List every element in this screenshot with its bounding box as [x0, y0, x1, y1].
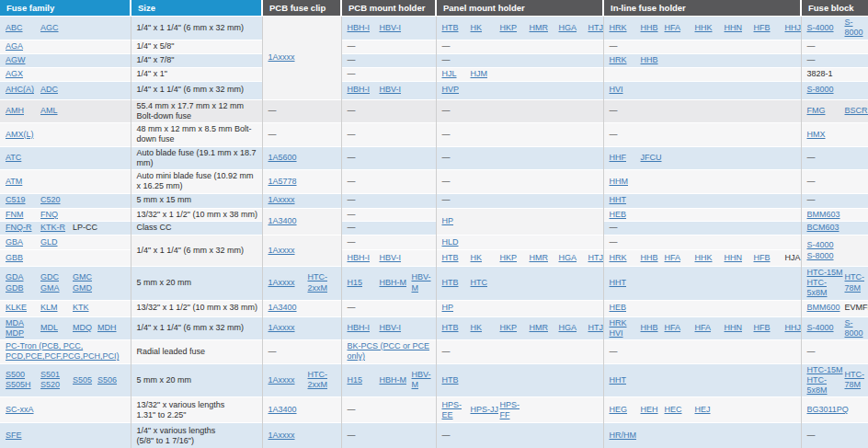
part-link[interactable]: GDA GDB: [6, 272, 40, 293]
part-link[interactable]: FNM: [6, 210, 40, 220]
part-link[interactable]: C520: [40, 195, 73, 205]
part-link[interactable]: HPS-JJ: [471, 405, 500, 415]
part-link[interactable]: H15: [348, 375, 380, 385]
part-link[interactable]: HMR: [530, 253, 559, 263]
part-link[interactable]: HBH-I: [348, 253, 380, 263]
part-link[interactable]: FNQ: [40, 210, 73, 220]
part-link[interactable]: HHB: [641, 55, 665, 65]
part-link[interactable]: S-8000: [807, 251, 867, 261]
part-link[interactable]: S505: [73, 375, 97, 385]
part-link[interactable]: GLD: [40, 237, 73, 247]
part-link[interactable]: HHJ: [785, 23, 802, 33]
part-link[interactable]: HVI: [610, 85, 641, 95]
part-link[interactable]: HFB: [754, 323, 785, 333]
part-link[interactable]: 1A3400: [268, 405, 308, 415]
part-link[interactable]: HTJ: [588, 323, 604, 333]
part-link[interactable]: HK: [471, 323, 500, 333]
part-link[interactable]: 1A5600: [268, 153, 308, 163]
part-link[interactable]: HTC-15M HTC-5x8M: [807, 268, 845, 299]
part-link[interactable]: HBH-I: [348, 323, 380, 333]
part-link[interactable]: HHF: [610, 153, 641, 163]
part-link[interactable]: BMM600: [807, 303, 845, 313]
part-link[interactable]: HKP: [500, 23, 530, 33]
part-link[interactable]: 1A3400: [268, 216, 308, 226]
part-link[interactable]: 1Axxxx: [268, 246, 308, 256]
part-link[interactable]: AGX: [6, 69, 40, 79]
part-link[interactable]: GMC GMD: [73, 272, 97, 293]
part-link[interactable]: KLKE: [6, 303, 40, 313]
part-link[interactable]: 1Axxxx: [268, 323, 308, 333]
part-link[interactable]: HBH-M: [380, 375, 412, 385]
part-link[interactable]: HHT: [610, 195, 641, 205]
part-link[interactable]: HRK HVI: [610, 318, 641, 339]
part-link[interactable]: HEC: [665, 405, 695, 415]
part-link[interactable]: BSCR101: [845, 106, 868, 116]
part-link[interactable]: HBV-M: [412, 272, 434, 293]
part-link[interactable]: 1Axxxx: [268, 278, 308, 288]
part-link[interactable]: HHK: [695, 253, 725, 263]
part-link[interactable]: ADC: [40, 85, 73, 95]
part-link[interactable]: AMH: [6, 106, 40, 116]
part-link[interactable]: PC-Tron (PCB, PCC, PCD,PCE,PCF,PCG,PCH,P…: [6, 341, 129, 362]
part-link[interactable]: HPS-EE: [442, 400, 471, 421]
part-link[interactable]: MDQ: [73, 323, 97, 333]
part-link[interactable]: S-8000: [845, 318, 867, 339]
part-link[interactable]: HHN: [725, 23, 754, 33]
part-link[interactable]: HBH-I: [348, 23, 380, 33]
part-link[interactable]: HTC-15M HTC-5x8M: [807, 365, 845, 396]
part-link[interactable]: HFA: [665, 323, 695, 333]
part-link[interactable]: HRK: [610, 55, 641, 65]
part-link[interactable]: HTC: [471, 278, 500, 288]
part-link[interactable]: HHJ: [785, 323, 802, 333]
part-link[interactable]: HTB: [442, 375, 471, 385]
part-link[interactable]: 1Axxxx: [268, 52, 308, 63]
part-link[interactable]: ATM: [6, 177, 40, 187]
part-link[interactable]: HHB: [641, 23, 665, 33]
part-link[interactable]: HHM: [610, 177, 641, 187]
part-link[interactable]: HP: [442, 216, 471, 226]
part-link[interactable]: AML: [40, 106, 73, 116]
part-link[interactable]: MDH: [97, 323, 129, 333]
part-link[interactable]: AGA: [6, 41, 40, 52]
part-link[interactable]: HHB: [641, 253, 665, 263]
part-link[interactable]: HFA: [665, 23, 695, 33]
part-link[interactable]: HHT: [610, 278, 641, 288]
part-link[interactable]: HHB: [641, 323, 665, 333]
part-link[interactable]: HBV-I: [380, 85, 412, 95]
part-link[interactable]: HEB: [610, 303, 641, 313]
part-link[interactable]: GDC GMA: [40, 272, 73, 293]
part-link[interactable]: HTB: [442, 253, 471, 263]
part-link[interactable]: HK: [471, 23, 500, 33]
part-link[interactable]: JFCU: [641, 153, 665, 163]
part-link[interactable]: HBH-M: [380, 278, 412, 288]
part-link[interactable]: HFA: [665, 253, 695, 263]
part-link[interactable]: 1A5778: [268, 177, 308, 187]
part-link[interactable]: AHC(A): [6, 85, 40, 95]
part-link[interactable]: SC-xxA: [6, 405, 40, 415]
part-link[interactable]: HEG: [610, 405, 641, 415]
part-link[interactable]: S-8000: [845, 17, 867, 39]
part-link[interactable]: AGC: [40, 23, 73, 33]
part-link[interactable]: S500 S505H: [6, 370, 40, 391]
part-link[interactable]: HMR: [530, 23, 559, 33]
part-link[interactable]: HTC-78M: [845, 370, 867, 391]
part-link[interactable]: GBA: [6, 237, 40, 247]
part-link[interactable]: HFB: [754, 23, 785, 33]
part-link[interactable]: HTJ: [588, 253, 604, 263]
part-link[interactable]: HEJ: [695, 405, 725, 415]
part-link[interactable]: HGA: [559, 323, 588, 333]
part-link[interactable]: S-4000: [807, 23, 845, 33]
part-link[interactable]: 1Axxxx: [268, 375, 308, 385]
part-link[interactable]: HFB: [754, 253, 785, 263]
part-link[interactable]: C519: [6, 195, 40, 205]
part-link[interactable]: HTC-2xxM: [308, 272, 339, 293]
part-link[interactable]: GBB: [6, 253, 40, 263]
part-link[interactable]: HR/HM: [610, 431, 641, 441]
part-link[interactable]: 1Axxxx: [268, 195, 308, 205]
part-link[interactable]: HVP: [442, 85, 471, 95]
part-link[interactable]: KTK-R: [40, 223, 73, 233]
part-link[interactable]: AGW: [6, 55, 40, 65]
part-link[interactable]: HTB: [442, 23, 471, 33]
part-link[interactable]: HP: [442, 303, 471, 313]
part-link[interactable]: S-4000: [807, 323, 845, 333]
